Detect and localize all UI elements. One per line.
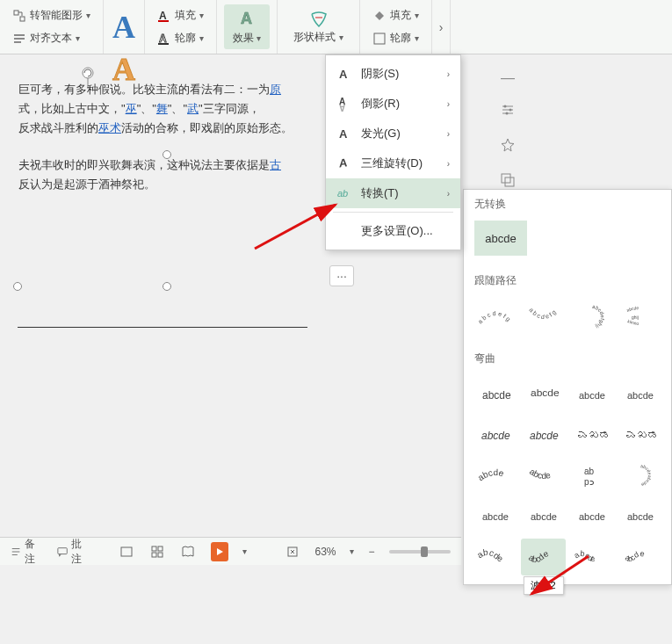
warp-double-wave2[interactable]: abcde — [618, 539, 662, 575]
path-arch-down[interactable]: a b c d e f g — [521, 299, 566, 336]
dropdown-separator — [333, 212, 453, 213]
notes-button[interactable]: 备注 — [11, 537, 43, 567]
warp-ring-inside[interactable]: ಎಖಡ — [569, 417, 614, 454]
zoom-out-button[interactable]: − — [368, 546, 374, 558]
sorter-view-button[interactable] — [148, 542, 165, 561]
effect-3d-rotation-item[interactable]: A三维旋转(D) › — [326, 148, 460, 178]
warp-chevron-down[interactable]: abcde — [521, 417, 566, 454]
effect-more-settings-item[interactable]: 更多设置(O)... — [326, 216, 460, 246]
warp-wave1[interactable]: abcde — [473, 539, 517, 575]
link-gu[interactable]: 古 — [270, 158, 281, 171]
doc-paragraph-1: 巨可考，有多种假说。比较主流的看法有二：一为原 式，比如上古中文，"巫"、"舞"… — [18, 80, 307, 138]
svg-text:ಎಖಡ: ಎಖಡ — [625, 429, 658, 442]
shape-style-group: 形状样式 ▾ — [278, 0, 359, 54]
text-fill-button[interactable]: A 填充 ▾ — [152, 5, 209, 25]
svg-point-14 — [504, 105, 507, 108]
warp-can-down[interactable]: abcde — [618, 498, 662, 535]
effect-shadow-item[interactable]: A阴影(S) › — [326, 59, 460, 89]
effect-reflection-item[interactable]: AA倒影(R) › — [326, 89, 460, 119]
warp-arch-down[interactable]: abcde — [521, 458, 566, 495]
fit-button[interactable] — [284, 542, 300, 561]
text-box-2[interactable]: 夫祝丰收时的即兴歌舞表演，这种说法主要依据是古 反认为是起源于酒神祭祀。 — [18, 155, 307, 195]
shape-outline-button[interactable]: 轮廓 ▾ — [367, 28, 424, 48]
zoom-value[interactable]: 63% — [314, 546, 336, 558]
warp-circle-ab[interactable]: abpɔ — [569, 458, 614, 495]
shape-fill-label: 填充 — [390, 8, 411, 23]
effect-glow-item[interactable]: A发光(G) › — [326, 119, 460, 148]
warp-button-ab[interactable]: abcdeabcde — [618, 458, 662, 495]
text-outline-button[interactable]: A 轮廓 ▾ — [152, 28, 209, 48]
svg-rect-53 — [158, 546, 163, 551]
chevron-down-icon: ▾ — [350, 546, 354, 556]
svg-text:abcde: abcde — [482, 511, 509, 522]
svg-rect-55 — [158, 553, 163, 557]
follow-path-grid: a b c d e f g a b c d e f g abcdefghij a… — [464, 293, 671, 344]
warp-ring-outside[interactable]: ಎಖಡ — [618, 417, 662, 454]
link-yuan[interactable]: 原 — [270, 83, 281, 96]
svg-text:abcde: abcde — [579, 390, 605, 401]
chevron-right-icon: › — [447, 159, 450, 169]
path-circle[interactable]: abcdefghij — [569, 299, 614, 336]
more-options-button[interactable]: ··· — [329, 265, 354, 286]
warp-double-wave1[interactable]: abcde — [569, 539, 614, 575]
reading-view-button[interactable] — [180, 542, 197, 561]
warp-arch-up[interactable]: abcde — [473, 458, 517, 495]
warp-tooltip: 波形2 — [523, 576, 563, 595]
svg-text:abcde: abcde — [475, 547, 505, 564]
selection-handle[interactable] — [163, 150, 171, 159]
warp-stop[interactable]: abcde — [521, 377, 566, 414]
path-arch-up[interactable]: a b c d e f g — [473, 299, 517, 336]
shape-style-button[interactable]: 形状样式 ▾ — [285, 5, 351, 48]
selection-handle[interactable] — [13, 282, 22, 291]
svg-rect-54 — [152, 553, 156, 557]
shape-fill-outline-group: 填充 ▾ 轮廓 ▾ — [360, 0, 432, 54]
warp-triangle-down[interactable]: abcde — [618, 377, 662, 414]
svg-text:abcde: abcde — [526, 548, 550, 564]
effect-transform-item[interactable]: ab转换(T) › — [326, 178, 460, 208]
text-effect-button[interactable]: A 效果 ▾ — [224, 4, 270, 49]
ribbon-overflow[interactable]: › — [432, 0, 452, 54]
warp-curve-down[interactable]: abcde — [521, 498, 566, 535]
slideshow-button[interactable] — [211, 542, 228, 561]
chevron-down-icon: ▾ — [86, 11, 90, 20]
settings-slider-icon[interactable] — [500, 102, 516, 121]
svg-text:a b c d e f g: a b c d e f g — [528, 307, 557, 320]
link-wushu[interactable]: 巫术 — [98, 121, 121, 134]
selection-handle[interactable] — [163, 282, 171, 291]
link-wu3[interactable]: 武 — [187, 102, 199, 115]
warp-curve-up[interactable]: abcde — [473, 498, 517, 535]
warp-wave2[interactable]: abcde 波形2 — [521, 539, 566, 575]
warp-chevron-up[interactable]: abcde — [473, 417, 517, 454]
wordart-style-a-blue[interactable]: A — [112, 9, 135, 46]
star-icon[interactable] — [500, 137, 516, 156]
path-button[interactable]: abcdeghijklmno — [618, 299, 662, 336]
comments-button[interactable]: 批注 — [57, 537, 90, 567]
wordart-styles-group: A A A — [104, 0, 145, 54]
warp-plain[interactable]: abcde — [473, 377, 517, 414]
svg-text:A: A — [339, 156, 348, 170]
chevron-right-icon: › — [447, 69, 450, 79]
svg-text:abcde: abcde — [627, 511, 654, 522]
svg-rect-50 — [58, 547, 67, 554]
zoom-slider[interactable] — [389, 550, 451, 554]
shape-fill-button[interactable]: 填充 ▾ — [367, 5, 424, 25]
text-box-1[interactable]: 巨可考，有多种假说。比较主流的看法有二：一为原 式，比如上古中文，"巫"、"舞"… — [18, 79, 307, 139]
align-text-label: 对齐文本 — [30, 31, 72, 46]
warp-triangle-up[interactable]: abcde — [569, 377, 614, 414]
normal-view-button[interactable] — [118, 542, 134, 561]
chevron-right-icon: › — [447, 99, 450, 109]
chevron-right-icon: › — [439, 20, 444, 34]
svg-rect-3 — [158, 20, 169, 22]
zoom-thumb[interactable] — [421, 546, 428, 557]
align-text-button[interactable]: 对齐文本 ▾ — [7, 28, 96, 48]
document-canvas[interactable]: 巨可考，有多种假说。比较主流的看法有二：一为原 式，比如上古中文，"巫"、"舞"… — [0, 70, 325, 336]
convert-smart-shape-button[interactable]: 转智能图形 ▾ — [7, 5, 96, 25]
svg-text:abcde: abcde — [572, 549, 596, 564]
minus-icon[interactable]: — — [501, 70, 515, 86]
comments-label: 批注 — [71, 537, 90, 567]
wordart-style-a-black[interactable]: A — [112, 0, 135, 4]
no-transform-item[interactable]: abcde — [474, 221, 527, 256]
link-wu2[interactable]: 舞 — [156, 102, 168, 115]
link-wu1[interactable]: 巫 — [126, 102, 137, 115]
warp-can-up[interactable]: abcde — [569, 498, 614, 535]
